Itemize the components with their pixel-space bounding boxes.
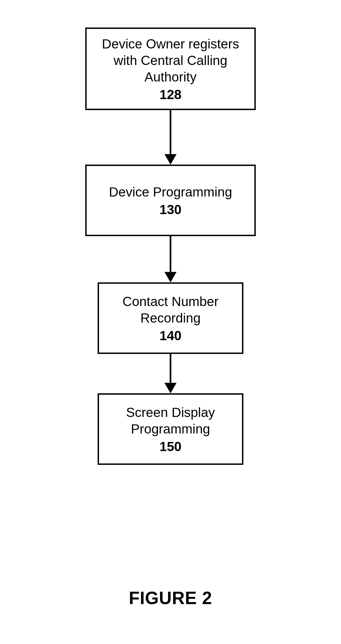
arrow-1 xyxy=(164,110,177,165)
arrow-3 xyxy=(164,354,177,393)
step-2-number: 130 xyxy=(160,202,182,217)
step-2-label: Device Programming xyxy=(109,184,232,200)
step-1-label: Device Owner registers with Central Call… xyxy=(98,36,243,85)
arrow-line-icon xyxy=(170,236,171,272)
arrow-line-icon xyxy=(170,354,171,383)
figure-caption: FIGURE 2 xyxy=(129,588,212,608)
step-1-number: 128 xyxy=(160,87,182,102)
flowchart-container: Device Owner registers with Central Call… xyxy=(85,28,256,465)
flowchart-step-2: Device Programming 130 xyxy=(85,165,256,236)
flowchart-step-1: Device Owner registers with Central Call… xyxy=(85,28,256,110)
arrow-head-icon xyxy=(164,272,177,282)
flowchart-step-3: Contact Number Recording 140 xyxy=(98,282,243,354)
arrow-2 xyxy=(164,236,177,282)
arrow-line-icon xyxy=(170,110,171,154)
step-4-number: 150 xyxy=(160,439,182,454)
arrow-head-icon xyxy=(164,383,177,393)
arrow-head-icon xyxy=(164,154,177,165)
step-3-number: 140 xyxy=(160,328,182,343)
step-3-label: Contact Number Recording xyxy=(110,293,231,326)
step-4-label: Screen Display Programming xyxy=(110,404,231,437)
flowchart-step-4: Screen Display Programming 150 xyxy=(98,393,243,465)
